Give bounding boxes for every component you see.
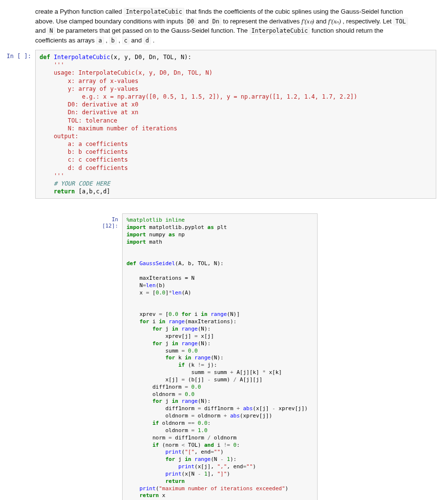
t: [ <box>162 311 169 317</box>
op: = <box>185 384 188 390</box>
t: x <box>127 290 146 296</box>
str: "]" <box>217 471 227 477</box>
doc-line: d: d coefficients <box>40 165 128 171</box>
op: - <box>272 405 276 412</box>
code-input[interactable]: %matplotlib inline import matplotlib.pyp… <box>122 213 318 500</box>
op: == <box>188 420 194 426</box>
magic: %matplotlib inline <box>127 217 185 223</box>
builtin: print <box>140 485 156 492</box>
num: 0.0 <box>198 420 208 426</box>
builtin: print <box>165 471 181 477</box>
num: 1 <box>227 456 230 462</box>
kw-for: for <box>152 398 162 404</box>
kw-in: in <box>172 398 178 404</box>
text: and <box>316 18 328 25</box>
t: , end <box>194 449 211 455</box>
doc-line: TOL: tolerance <box>40 117 117 124</box>
builtin: print <box>178 463 194 470</box>
kw-def: def <box>127 260 136 267</box>
t: i <box>149 318 159 325</box>
op: != <box>198 362 204 368</box>
math-fxn: f′(xₙ) <box>328 18 341 25</box>
t: diff1norm <box>127 384 185 390</box>
t: (x[j] <box>253 405 272 412</box>
t: (A) <box>182 290 192 296</box>
t: ) <box>220 449 224 455</box>
t: , end <box>227 463 243 470</box>
t: oldnorm <box>127 391 178 397</box>
doc-line: x: array of x-values <box>40 78 138 84</box>
t: ) <box>227 471 230 477</box>
builtin: range <box>194 456 211 462</box>
t: A[j][k] <box>234 369 263 375</box>
kw-in: in <box>185 456 191 462</box>
text: and <box>35 27 47 34</box>
kw-import: import <box>127 231 146 238</box>
kw-for: for <box>182 311 192 317</box>
t: ) <box>285 485 289 492</box>
code-tol: TOL <box>393 18 408 25</box>
t: (x[j], <box>194 463 217 470</box>
mod: matplotlib.pyplot <box>146 224 208 230</box>
builtin: len <box>146 282 156 289</box>
cell-prompt: In [12]: <box>93 213 122 229</box>
t: oldnorm <box>159 420 188 426</box>
kw-for: for <box>165 354 175 361</box>
t: ], <box>208 471 217 477</box>
fn-name: GaussSeidel <box>140 260 175 267</box>
op: = <box>178 391 182 397</box>
op: = <box>159 311 162 317</box>
kw-import: import <box>127 224 146 230</box>
kw-as: as <box>169 231 175 238</box>
kw-def: def <box>40 54 50 61</box>
op: = <box>169 435 172 441</box>
mod: numpy <box>146 231 169 238</box>
doc-line: b: b coefficients <box>40 148 128 155</box>
builtin: range <box>182 398 198 404</box>
kw-as: as <box>208 224 214 230</box>
t: x[j] <box>127 376 182 383</box>
op: + <box>230 369 234 375</box>
doc-line: e.g.: x = np.array([0, 0.5, 1, 1.5, 2]),… <box>40 93 357 100</box>
num: 1 <box>204 471 208 477</box>
t: oldnorm <box>194 413 224 419</box>
t: summ) <box>211 376 233 383</box>
op: - <box>220 456 224 462</box>
code-input[interactable]: def InterpolateCubic(x, y, D0, Dn, TOL, … <box>35 50 436 199</box>
t: summ <box>127 369 208 375</box>
text: , respectively. Let <box>342 18 393 25</box>
code-cell-1: In [ ]: def InterpolateCubic(x, y, D0, D… <box>0 50 448 199</box>
t: oldnorm <box>211 435 236 441</box>
t: (b[j] <box>185 376 207 383</box>
kw-return: return <box>54 188 75 195</box>
kw-for: for <box>152 326 162 332</box>
op: * <box>169 290 172 296</box>
builtin: abs <box>243 405 253 412</box>
t: norm <box>127 435 169 441</box>
t: xprev <box>127 311 159 317</box>
t: j): <box>204 362 217 368</box>
kw-for: for <box>140 318 149 325</box>
builtin: print <box>165 449 181 455</box>
t: j <box>162 340 172 347</box>
kw-in: in <box>172 326 178 332</box>
str: "," <box>217 463 227 470</box>
code-dn: Dn <box>211 18 221 25</box>
doc-line: Dn: derivative at xn <box>40 109 138 116</box>
op: = <box>182 348 185 354</box>
text: create a Python function called <box>35 8 124 15</box>
code-a: a <box>96 37 104 44</box>
problem-statement: create a Python function called Interpol… <box>0 0 448 48</box>
t: j <box>162 326 172 332</box>
t: i <box>191 311 201 317</box>
kw-in: in <box>185 354 191 361</box>
t: (maxIterations): <box>185 318 236 325</box>
t: xprev[j] <box>127 333 194 339</box>
str: "" <box>214 449 220 455</box>
op: * <box>262 369 266 375</box>
str: "[" <box>185 449 194 455</box>
text: to represent the derivatives <box>223 18 301 25</box>
kw-for: for <box>152 340 162 347</box>
doc-line: N: maximum number of iterations <box>40 125 177 132</box>
args: (A, b, TOL, N): <box>175 260 223 267</box>
